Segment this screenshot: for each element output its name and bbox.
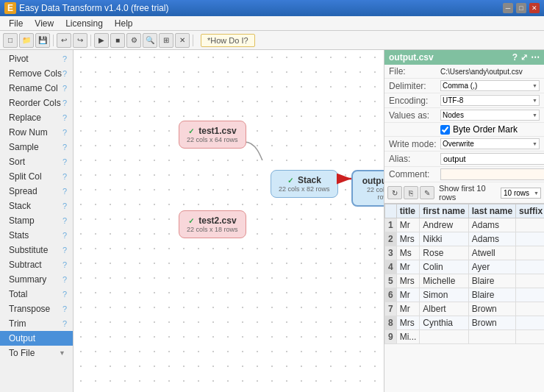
help-icon-stats[interactable]: ? — [62, 231, 67, 240]
help-icon-summary[interactable]: ? — [62, 275, 67, 284]
help-button[interactable]: *How Do I? — [201, 34, 255, 47]
help-icon-total[interactable]: ? — [62, 290, 67, 299]
sidebar-item-stamp[interactable]: Stamp ? — [0, 213, 73, 228]
sidebar-item-sort[interactable]: Sort ? — [0, 154, 73, 169]
sidebar-item-to-file[interactable]: To File ▼ — [0, 346, 73, 360]
panel-alias-row: Alias: — [384, 152, 544, 167]
close-button[interactable]: ✕ — [529, 3, 540, 13]
help-icon-trim[interactable]: ? — [62, 319, 67, 328]
help-icon-sort[interactable]: ? — [62, 157, 67, 166]
write-mode-select-wrap[interactable]: Overwrite — [440, 138, 540, 149]
help-icon-transpose[interactable]: ? — [62, 304, 67, 313]
sidebar-item-remove-cols[interactable]: Remove Cols ? — [0, 66, 73, 81]
sidebar-item-subtract[interactable]: Subtract ? — [0, 257, 73, 272]
close-x-button[interactable]: ✕ — [175, 33, 190, 48]
node-test2[interactable]: ✓ test2.csv 22 cols x 18 rows — [179, 210, 246, 238]
sidebar-label-stamp: Stamp — [9, 215, 35, 226]
sidebar-item-spread[interactable]: Spread ? — [0, 184, 73, 199]
help-icon-substitute[interactable]: ? — [62, 246, 67, 254]
sidebar-label-transpose: Transpose — [9, 304, 50, 314]
help-icon-stamp[interactable]: ? — [62, 216, 67, 225]
help-icon-rename-col[interactable]: ? — [62, 84, 67, 93]
rows-select[interactable]: 10 rows 25 rows 50 rows — [501, 188, 541, 199]
sidebar-item-summary[interactable]: Summary ? — [0, 272, 73, 287]
help-icon-spread[interactable]: ? — [62, 187, 67, 196]
node-stack[interactable]: ✓ Stack 22 cols x 82 rows — [271, 170, 338, 198]
sidebar-item-split-col[interactable]: Split Col ? — [0, 169, 73, 184]
sidebar-label-subtract: Subtract — [9, 260, 42, 270]
sidebar-item-total[interactable]: Total ? — [0, 287, 73, 302]
help-icon-reorder-cols[interactable]: ? — [62, 99, 67, 107]
help-circle-icon[interactable]: ? — [512, 52, 518, 63]
redo-button[interactable]: ↪ — [73, 33, 87, 48]
sidebar-item-transpose[interactable]: Transpose ? — [0, 302, 73, 316]
sidebar-item-rename-col[interactable]: Rename Col ? — [0, 81, 73, 96]
save-button[interactable]: 💾 — [35, 33, 50, 48]
sidebar-item-stats[interactable]: Stats ? — [0, 228, 73, 243]
col-last-name[interactable]: last name — [468, 204, 515, 218]
sidebar-item-trim[interactable]: Trim ? — [0, 316, 73, 331]
copy-button[interactable]: ⎘ — [404, 186, 418, 199]
expand-icon[interactable]: ⤢ — [520, 52, 528, 63]
sidebar-item-substitute[interactable]: Substitute ? — [0, 243, 73, 257]
zoom-button[interactable]: 🔍 — [143, 33, 157, 48]
window-title: Easy Data Transform v1.4.0 (free trial) — [19, 3, 503, 13]
write-mode-select[interactable]: Overwrite — [440, 138, 540, 149]
delimiter-select[interactable]: Comma (,) — [440, 80, 540, 91]
undo-button[interactable]: ↩ — [57, 33, 71, 48]
sidebar: Pivot ? Remove Cols ? Rename Col ? Reord… — [0, 50, 74, 392]
cell-title-1: Mrs — [396, 232, 420, 246]
node-output[interactable]: output.csv 22 cols x 82 rows — [351, 170, 384, 207]
menu-licensing[interactable]: Licensing — [60, 17, 109, 30]
settings-button[interactable]: ⚙ — [126, 33, 141, 48]
node-test2-label: test2.csv — [198, 215, 236, 226]
help-icon-remove-cols[interactable]: ? — [62, 69, 67, 78]
menu-view[interactable]: View — [29, 17, 60, 30]
sidebar-item-row-num[interactable]: Row Num ? — [0, 125, 73, 140]
more-icon[interactable]: ⋯ — [531, 52, 540, 63]
sidebar-item-output[interactable]: Output — [0, 331, 73, 346]
canvas-area[interactable]: ✓ test1.csv 22 cols x 64 rows ✓ test2.cs… — [74, 50, 384, 392]
refresh-button[interactable]: ↻ — [387, 186, 402, 199]
run-button[interactable]: ▶ — [94, 33, 109, 48]
encoding-select-wrap[interactable]: UTF-8 — [440, 95, 540, 106]
data-table-wrap[interactable]: title first name last name suffix displa… — [384, 204, 544, 392]
help-icon-sample[interactable]: ? — [62, 143, 67, 152]
bom-checkbox[interactable] — [440, 125, 450, 135]
sidebar-item-replace[interactable]: Replace ? — [0, 110, 73, 125]
menu-file[interactable]: File — [3, 17, 29, 30]
values-select[interactable]: Nodes — [440, 110, 540, 121]
cell-title-2: Ms — [396, 246, 420, 260]
col-first-name[interactable]: first name — [420, 204, 468, 218]
stop-button[interactable]: ■ — [110, 33, 125, 48]
alias-input[interactable] — [440, 153, 544, 165]
panel-delimiter-row: Delimiter: Comma (,) — [384, 79, 544, 93]
help-icon-pivot[interactable]: ? — [62, 54, 67, 63]
menu-help[interactable]: Help — [109, 17, 139, 30]
delimiter-select-wrap[interactable]: Comma (,) — [440, 80, 540, 91]
values-select-wrap[interactable]: Nodes — [440, 110, 540, 121]
encoding-select[interactable]: UTF-8 — [440, 95, 540, 106]
comment-label: Comment: — [389, 169, 440, 179]
help-icon-replace[interactable]: ? — [62, 113, 67, 122]
sidebar-item-stack[interactable]: Stack ? — [0, 199, 73, 213]
open-button[interactable]: 📁 — [19, 33, 34, 48]
node-test1[interactable]: ✓ test1.csv 22 cols x 64 rows — [179, 121, 246, 149]
comment-input[interactable] — [440, 168, 544, 180]
col-title[interactable]: title — [396, 204, 420, 218]
edit-button[interactable]: ✎ — [420, 186, 434, 199]
node-test2-title: ✓ test2.csv — [187, 215, 238, 226]
help-icon-row-num[interactable]: ? — [62, 128, 67, 137]
minimize-button[interactable]: ─ — [503, 3, 513, 13]
sidebar-item-sample[interactable]: Sample ? — [0, 140, 73, 154]
maximize-button[interactable]: □ — [516, 3, 526, 13]
col-suffix[interactable]: suffix — [516, 204, 544, 218]
rows-select-wrap[interactable]: 10 rows 25 rows 50 rows — [501, 188, 541, 199]
sidebar-item-reorder-cols[interactable]: Reorder Cols ? — [0, 96, 73, 110]
help-icon-split-col[interactable]: ? — [62, 172, 67, 181]
sidebar-item-pivot[interactable]: Pivot ? — [0, 51, 73, 66]
help-icon-subtract[interactable]: ? — [62, 260, 67, 269]
help-icon-stack[interactable]: ? — [62, 202, 67, 210]
grid-button[interactable]: ⊞ — [159, 33, 173, 48]
new-button[interactable]: □ — [3, 33, 18, 48]
